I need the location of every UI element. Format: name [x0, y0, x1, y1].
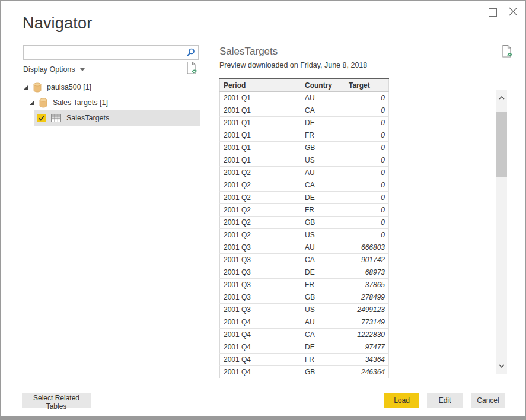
- period-cell: 2001 Q2: [220, 217, 301, 229]
- target-cell: 34364: [345, 354, 389, 366]
- period-cell: 2001 Q3: [220, 304, 301, 316]
- period-cell: 2001 Q1: [220, 117, 301, 129]
- table-row: 2001 Q4GB246364: [220, 366, 389, 378]
- period-cell: 2001 Q2: [220, 229, 301, 241]
- target-cell: 0: [345, 192, 389, 204]
- caret-down-icon: [80, 68, 85, 71]
- edit-button[interactable]: Edit: [427, 393, 463, 408]
- target-cell: 68973: [345, 266, 389, 279]
- country-cell: DE: [301, 192, 345, 204]
- table-row: 2001 Q3US2499123: [220, 304, 389, 316]
- country-cell: CA: [301, 329, 345, 341]
- select-related-tables-button[interactable]: Select Related Tables: [22, 393, 91, 408]
- target-cell: 1222830: [345, 329, 389, 341]
- period-cell: 2001 Q4: [220, 354, 301, 366]
- close-icon: [508, 7, 518, 17]
- country-cell: GB: [301, 366, 345, 378]
- panel-divider: [209, 46, 209, 381]
- country-cell: DE: [301, 266, 345, 279]
- period-cell: 2001 Q1: [220, 104, 301, 117]
- load-button[interactable]: Load: [384, 393, 419, 408]
- target-cell: 0: [345, 104, 389, 117]
- table-row: 2001 Q1CA0: [220, 104, 389, 117]
- period-cell: 2001 Q4: [220, 341, 301, 354]
- check-icon: [38, 114, 45, 122]
- country-cell: FR: [301, 279, 345, 291]
- tree-item-sales-targets[interactable]: Sales Targets [1]: [1, 95, 209, 110]
- target-cell: 666803: [345, 241, 389, 254]
- preview-table: Period Country Target 2001 Q1AU02001 Q1C…: [219, 78, 390, 378]
- scrollbar-thumb[interactable]: [496, 112, 507, 177]
- table-row: 2001 Q2AU0: [220, 167, 389, 179]
- period-cell: 2001 Q4: [220, 329, 301, 341]
- tree-item-salestargets[interactable]: SalesTargets: [34, 110, 200, 126]
- period-cell: 2001 Q2: [220, 167, 301, 179]
- tree-item-label: Sales Targets [1]: [53, 98, 108, 107]
- table-row: 2001 Q3GB278499: [220, 291, 389, 304]
- table-row: 2001 Q4AU773149: [220, 316, 389, 329]
- expand-collapse-icon[interactable]: [24, 85, 28, 90]
- country-cell: CA: [301, 254, 345, 266]
- table-row: 2001 Q2US0: [220, 229, 389, 241]
- period-cell: 2001 Q1: [220, 129, 301, 142]
- preview-subtitle: Preview downloaded on Friday, June 8, 20…: [219, 61, 367, 69]
- country-cell: FR: [301, 204, 345, 217]
- preview-title: SalesTargets: [219, 46, 278, 58]
- search-input[interactable]: [24, 46, 187, 59]
- scroll-down-icon[interactable]: [499, 364, 505, 368]
- database-icon: [33, 82, 42, 93]
- target-cell: 0: [345, 129, 389, 142]
- period-cell: 2001 Q4: [220, 366, 301, 378]
- target-cell: 2499123: [345, 304, 389, 316]
- country-cell: CA: [301, 104, 345, 117]
- tree-item-paulsa500[interactable]: paulsa500 [1]: [1, 79, 209, 95]
- country-cell: AU: [301, 167, 345, 179]
- search-box: [23, 45, 199, 60]
- maximize-button[interactable]: [489, 8, 497, 17]
- country-cell: CA: [301, 179, 345, 192]
- period-cell: 2001 Q1: [220, 92, 301, 104]
- target-cell: 246364: [345, 366, 389, 378]
- refresh-file-icon[interactable]: [502, 44, 513, 61]
- table-row: 2001 Q2FR0: [220, 204, 389, 217]
- country-cell: AU: [301, 92, 345, 104]
- period-cell: 2001 Q3: [220, 266, 301, 279]
- display-options-label: Display Options: [23, 65, 75, 74]
- country-cell: GB: [301, 217, 345, 229]
- table-row: 2001 Q4FR34364: [220, 354, 389, 366]
- target-cell: 0: [345, 117, 389, 129]
- cancel-button[interactable]: Cancel: [471, 393, 505, 408]
- target-cell: 0: [345, 217, 389, 229]
- target-cell: 0: [345, 204, 389, 217]
- scroll-up-icon[interactable]: [499, 96, 505, 100]
- close-button[interactable]: [508, 7, 518, 17]
- column-header-country: Country: [301, 78, 345, 92]
- country-cell: AU: [301, 316, 345, 329]
- table-row: 2001 Q2DE0: [220, 192, 389, 204]
- search-icon[interactable]: [186, 48, 195, 57]
- navigation-tree: paulsa500 [1] Sales Targets [1]: [1, 79, 209, 126]
- country-cell: FR: [301, 129, 345, 142]
- target-cell: 0: [345, 154, 389, 167]
- target-cell: 0: [345, 142, 389, 154]
- tree-item-label: paulsa500 [1]: [47, 83, 91, 91]
- table-row: 2001 Q4DE97477: [220, 341, 389, 354]
- period-cell: 2001 Q3: [220, 291, 301, 304]
- table-header-row: Period Country Target: [220, 78, 389, 92]
- expand-collapse-icon[interactable]: [30, 100, 34, 105]
- country-cell: US: [301, 229, 345, 241]
- target-cell: 0: [345, 92, 389, 104]
- table-row: 2001 Q1GB0: [220, 142, 389, 154]
- column-header-period: Period: [220, 78, 301, 92]
- checkbox-checked[interactable]: [37, 114, 46, 122]
- table-row: 2001 Q1US0: [220, 154, 389, 167]
- target-cell: 37865: [345, 279, 389, 291]
- display-options-dropdown[interactable]: Display Options: [23, 63, 85, 75]
- table-row: 2001 Q3AU666803: [220, 241, 389, 254]
- refresh-file-icon[interactable]: [186, 61, 197, 77]
- period-cell: 2001 Q3: [220, 241, 301, 254]
- target-cell: 278499: [345, 291, 389, 304]
- vertical-scrollbar[interactable]: [496, 90, 507, 374]
- table-row: 2001 Q1AU0: [220, 92, 389, 104]
- table-icon: [51, 114, 61, 122]
